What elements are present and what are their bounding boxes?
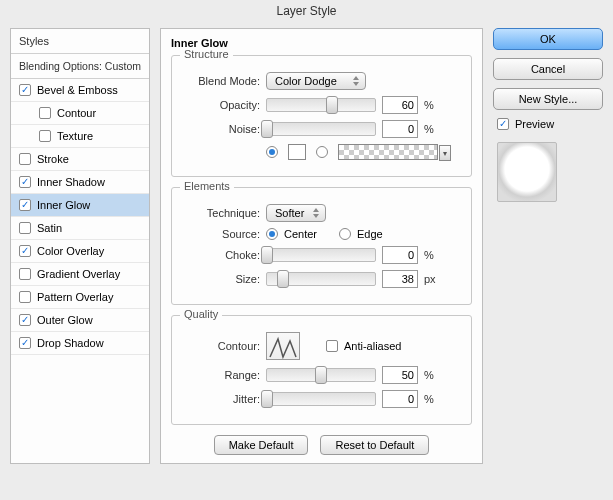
style-item-gradient-overlay[interactable]: Gradient Overlay xyxy=(11,263,149,286)
contour-icon xyxy=(268,335,298,359)
choke-slider[interactable] xyxy=(266,248,376,262)
window-title: Layer Style xyxy=(0,0,613,22)
style-label: Color Overlay xyxy=(37,245,104,257)
style-label: Bevel & Emboss xyxy=(37,84,118,96)
style-item-drop-shadow[interactable]: Drop Shadow xyxy=(11,332,149,355)
range-input[interactable] xyxy=(382,366,418,384)
style-label: Inner Glow xyxy=(37,199,90,211)
style-item-texture[interactable]: Texture xyxy=(11,125,149,148)
style-checkbox[interactable] xyxy=(19,199,31,211)
color-swatch[interactable] xyxy=(288,144,306,160)
style-item-bevel-emboss[interactable]: Bevel & Emboss xyxy=(11,79,149,102)
choke-unit: % xyxy=(424,249,440,261)
preview-label: Preview xyxy=(515,118,554,130)
style-checkbox[interactable] xyxy=(19,245,31,257)
jitter-input[interactable] xyxy=(382,390,418,408)
style-checkbox[interactable] xyxy=(19,268,31,280)
style-item-color-overlay[interactable]: Color Overlay xyxy=(11,240,149,263)
noise-label: Noise: xyxy=(182,123,260,135)
style-checkbox[interactable] xyxy=(19,153,31,165)
style-label: Contour xyxy=(57,107,96,119)
opacity-slider[interactable] xyxy=(266,98,376,112)
noise-slider[interactable] xyxy=(266,122,376,136)
structure-group: Structure Blend Mode: Color Dodge Opacit… xyxy=(171,55,472,177)
size-slider[interactable] xyxy=(266,272,376,286)
style-item-stroke[interactable]: Stroke xyxy=(11,148,149,171)
technique-select[interactable]: Softer xyxy=(266,204,326,222)
style-label: Drop Shadow xyxy=(37,337,104,349)
gradient-picker[interactable] xyxy=(338,144,438,160)
style-checkbox[interactable] xyxy=(39,107,51,119)
style-item-inner-glow[interactable]: Inner Glow xyxy=(11,194,149,217)
preview-checkbox[interactable] xyxy=(497,118,509,130)
style-item-outer-glow[interactable]: Outer Glow xyxy=(11,309,149,332)
source-center-label: Center xyxy=(284,228,317,240)
make-default-button[interactable]: Make Default xyxy=(214,435,309,455)
right-panel: OK Cancel New Style... Preview xyxy=(493,28,603,464)
noise-input[interactable] xyxy=(382,120,418,138)
style-item-pattern-overlay[interactable]: Pattern Overlay xyxy=(11,286,149,309)
blend-mode-select[interactable]: Color Dodge xyxy=(266,72,366,90)
gradient-dropdown-icon[interactable] xyxy=(439,145,451,161)
choke-input[interactable] xyxy=(382,246,418,264)
jitter-slider[interactable] xyxy=(266,392,376,406)
source-center-radio[interactable] xyxy=(266,228,278,240)
style-checkbox[interactable] xyxy=(39,130,51,142)
antialiased-checkbox[interactable] xyxy=(326,340,338,352)
source-edge-label: Edge xyxy=(357,228,383,240)
style-label: Pattern Overlay xyxy=(37,291,113,303)
quality-group: Quality Contour: Anti-aliased Range: % J… xyxy=(171,315,472,425)
style-checkbox[interactable] xyxy=(19,291,31,303)
settings-panel: Inner Glow Structure Blend Mode: Color D… xyxy=(160,28,483,464)
style-item-satin[interactable]: Satin xyxy=(11,217,149,240)
style-label: Stroke xyxy=(37,153,69,165)
structure-legend: Structure xyxy=(180,48,233,60)
source-label: Source: xyxy=(182,228,260,240)
blend-mode-label: Blend Mode: xyxy=(182,75,260,87)
quality-legend: Quality xyxy=(180,308,222,320)
opacity-label: Opacity: xyxy=(182,99,260,111)
technique-label: Technique: xyxy=(182,207,260,219)
blending-options[interactable]: Blending Options: Custom xyxy=(11,54,149,79)
size-unit: px xyxy=(424,273,440,285)
size-input[interactable] xyxy=(382,270,418,288)
range-unit: % xyxy=(424,369,440,381)
style-checkbox[interactable] xyxy=(19,84,31,96)
range-slider[interactable] xyxy=(266,368,376,382)
reset-default-button[interactable]: Reset to Default xyxy=(320,435,429,455)
range-label: Range: xyxy=(182,369,260,381)
style-checkbox[interactable] xyxy=(19,337,31,349)
opacity-unit: % xyxy=(424,99,440,111)
contour-label: Contour: xyxy=(182,340,260,352)
antialiased-label: Anti-aliased xyxy=(344,340,401,352)
style-label: Gradient Overlay xyxy=(37,268,120,280)
style-label: Outer Glow xyxy=(37,314,93,326)
size-label: Size: xyxy=(182,273,260,285)
contour-picker[interactable] xyxy=(266,332,300,360)
gradient-radio[interactable] xyxy=(316,146,328,158)
style-label: Satin xyxy=(37,222,62,234)
style-label: Texture xyxy=(57,130,93,142)
elements-legend: Elements xyxy=(180,180,234,192)
preview-thumbnail xyxy=(497,142,557,202)
styles-header[interactable]: Styles xyxy=(11,29,149,54)
elements-group: Elements Technique: Softer Source: Cente… xyxy=(171,187,472,305)
choke-label: Choke: xyxy=(182,249,260,261)
style-checkbox[interactable] xyxy=(19,222,31,234)
noise-unit: % xyxy=(424,123,440,135)
ok-button[interactable]: OK xyxy=(493,28,603,50)
style-checkbox[interactable] xyxy=(19,176,31,188)
styles-panel: Styles Blending Options: Custom Bevel & … xyxy=(10,28,150,464)
style-item-inner-shadow[interactable]: Inner Shadow xyxy=(11,171,149,194)
jitter-label: Jitter: xyxy=(182,393,260,405)
opacity-input[interactable] xyxy=(382,96,418,114)
new-style-button[interactable]: New Style... xyxy=(493,88,603,110)
style-item-contour[interactable]: Contour xyxy=(11,102,149,125)
cancel-button[interactable]: Cancel xyxy=(493,58,603,80)
style-checkbox[interactable] xyxy=(19,314,31,326)
source-edge-radio[interactable] xyxy=(339,228,351,240)
style-label: Inner Shadow xyxy=(37,176,105,188)
jitter-unit: % xyxy=(424,393,440,405)
color-radio[interactable] xyxy=(266,146,278,158)
